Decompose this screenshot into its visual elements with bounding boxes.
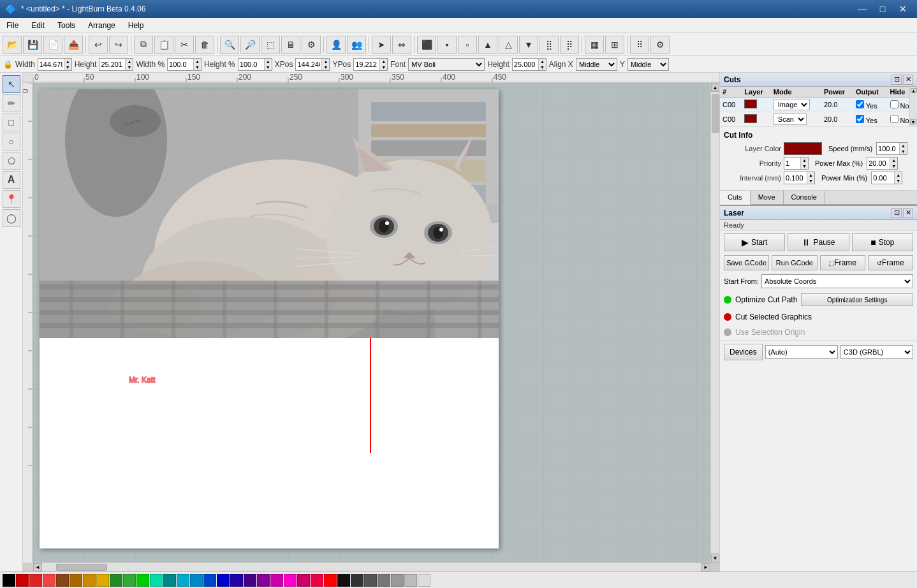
frame1-button[interactable]: ⬚ Frame bbox=[820, 255, 865, 270]
swatch-7[interactable] bbox=[96, 574, 109, 587]
power-min-input[interactable] bbox=[872, 172, 894, 184]
alignx-select[interactable]: Middle bbox=[576, 58, 617, 71]
swatch-29[interactable] bbox=[391, 574, 404, 587]
heightpct-input[interactable] bbox=[238, 59, 264, 70]
xpos-input[interactable] bbox=[296, 59, 321, 70]
maximize-button[interactable]: □ bbox=[874, 2, 891, 16]
align-top-btn[interactable]: ▲ bbox=[478, 36, 497, 54]
group-btn[interactable]: ▦ bbox=[585, 36, 604, 54]
run-gcode-button[interactable]: Run GCode bbox=[772, 255, 817, 270]
color-swatch-0[interactable] bbox=[744, 99, 757, 108]
swatch-12[interactable] bbox=[163, 574, 176, 587]
swatch-22[interactable] bbox=[297, 574, 310, 587]
close-button[interactable]: ✕ bbox=[894, 2, 912, 16]
widthpct-input[interactable] bbox=[168, 59, 193, 70]
zoom-in-btn[interactable]: 🔍 bbox=[220, 36, 239, 54]
width-down[interactable]: ▼ bbox=[64, 64, 71, 70]
tab-console[interactable]: Console bbox=[784, 191, 825, 204]
mirror-btn[interactable]: ⇔ bbox=[392, 36, 411, 54]
align-bottom-btn[interactable]: ▼ bbox=[519, 36, 538, 54]
xpos-down[interactable]: ▼ bbox=[321, 64, 329, 70]
align-center-btn[interactable]: ▪ bbox=[437, 36, 457, 54]
prefs-btn[interactable]: ⚙ bbox=[650, 36, 670, 54]
swatch-28[interactable] bbox=[378, 574, 390, 587]
swatch-18[interactable] bbox=[244, 574, 256, 587]
tab-cuts[interactable]: Cuts bbox=[720, 191, 751, 205]
swatch-21[interactable] bbox=[284, 574, 297, 587]
new-btn[interactable]: 📄 bbox=[43, 36, 62, 54]
select-tool[interactable]: ↖ bbox=[3, 75, 20, 93]
select-region-btn[interactable]: ⬚ bbox=[261, 36, 280, 54]
output-check-1[interactable] bbox=[856, 115, 864, 123]
pmax-up[interactable]: ▲ bbox=[890, 158, 897, 163]
wp-up[interactable]: ▲ bbox=[193, 59, 201, 64]
screen-btn[interactable]: 🖥 bbox=[281, 36, 300, 54]
swatch-8[interactable] bbox=[110, 574, 122, 587]
align-left-btn[interactable]: ⬛ bbox=[417, 36, 436, 54]
scroll-track-h[interactable] bbox=[43, 563, 700, 571]
swatch-10[interactable] bbox=[136, 574, 149, 587]
node-tool[interactable]: ◯ bbox=[3, 209, 20, 227]
priority-input[interactable] bbox=[784, 158, 800, 169]
text-tool[interactable]: A bbox=[3, 171, 20, 189]
menu-tools[interactable]: Tools bbox=[51, 18, 82, 33]
open-btn[interactable]: 📂 bbox=[3, 36, 22, 54]
swatch-5[interactable] bbox=[70, 574, 82, 587]
draw-tool[interactable]: ✏ bbox=[3, 94, 20, 112]
pause-button[interactable]: ⏸ Pause bbox=[788, 233, 849, 251]
width-input[interactable] bbox=[38, 59, 64, 70]
swatch-11[interactable] bbox=[150, 574, 163, 587]
ypos-down[interactable]: ▼ bbox=[379, 64, 387, 70]
start-button[interactable]: ▶ Start bbox=[724, 233, 785, 251]
mode-select-0[interactable]: Image bbox=[774, 99, 810, 110]
rect-tool[interactable]: □ bbox=[3, 114, 20, 131]
swatch-17[interactable] bbox=[230, 574, 243, 587]
swatch-3[interactable] bbox=[43, 574, 55, 587]
swatch-15[interactable] bbox=[203, 574, 216, 587]
priority-down[interactable]: ▼ bbox=[800, 163, 808, 169]
h2-down[interactable]: ▼ bbox=[538, 64, 546, 70]
auto-select[interactable]: (Auto) bbox=[765, 345, 838, 359]
align-mid-btn[interactable]: △ bbox=[499, 36, 518, 54]
grid-btn[interactable]: ⠿ bbox=[630, 36, 649, 54]
height2-input[interactable] bbox=[513, 59, 538, 70]
scroll-up-btn[interactable]: ▲ bbox=[711, 83, 720, 92]
swatch-31[interactable] bbox=[418, 574, 430, 587]
priority-up[interactable]: ▲ bbox=[800, 158, 808, 163]
height-down[interactable]: ▼ bbox=[125, 64, 133, 70]
menu-help[interactable]: Help bbox=[122, 18, 150, 33]
laser-float-btn[interactable]: ⊡ bbox=[891, 208, 902, 218]
power-max-input[interactable] bbox=[867, 158, 890, 169]
zoom-out-btn[interactable]: 🔎 bbox=[240, 36, 260, 54]
layer-color-swatch-big[interactable] bbox=[784, 142, 822, 155]
wp-down[interactable]: ▼ bbox=[193, 64, 201, 70]
scroll-left-btn[interactable]: ◄ bbox=[33, 563, 42, 571]
font-select[interactable]: MV Boli bbox=[408, 58, 485, 71]
aligny-select[interactable]: Middle bbox=[627, 58, 669, 71]
hp-down[interactable]: ▼ bbox=[264, 64, 272, 70]
frame2-button[interactable]: ↺ Frame bbox=[868, 255, 913, 270]
redo-btn[interactable]: ↪ bbox=[109, 36, 128, 54]
swatch-30[interactable] bbox=[404, 574, 417, 587]
controller-select[interactable]: C3D (GRBL) bbox=[840, 345, 913, 359]
swatch-9[interactable] bbox=[123, 574, 136, 587]
save-gcode-button[interactable]: Save GCode bbox=[724, 255, 769, 270]
pmin-up[interactable]: ▲ bbox=[894, 172, 902, 178]
ypos-input[interactable] bbox=[354, 59, 379, 70]
distribute-v-btn[interactable]: ⡿ bbox=[560, 36, 579, 54]
menu-arrange[interactable]: Arrange bbox=[82, 18, 122, 33]
start-from-select[interactable]: Absolute Coords bbox=[761, 274, 913, 288]
canvas-area[interactable]: ∿∾∿ bbox=[33, 83, 710, 562]
scroll-track-v[interactable] bbox=[711, 92, 719, 554]
swatch-19[interactable] bbox=[257, 574, 270, 587]
swatch-20[interactable] bbox=[270, 574, 283, 587]
lock-icon[interactable]: 🔒 bbox=[3, 59, 13, 70]
text-mr-katt[interactable]: Mr. Katt bbox=[129, 341, 155, 394]
stop-button[interactable]: ■ Stop bbox=[852, 233, 913, 251]
swatch-14[interactable] bbox=[190, 574, 203, 587]
mode-select-1[interactable]: Scan bbox=[774, 114, 807, 125]
h2-up[interactable]: ▲ bbox=[538, 59, 546, 64]
swatch-4[interactable] bbox=[56, 574, 69, 587]
swatch-27[interactable] bbox=[364, 574, 377, 587]
tab-move[interactable]: Move bbox=[751, 191, 784, 204]
